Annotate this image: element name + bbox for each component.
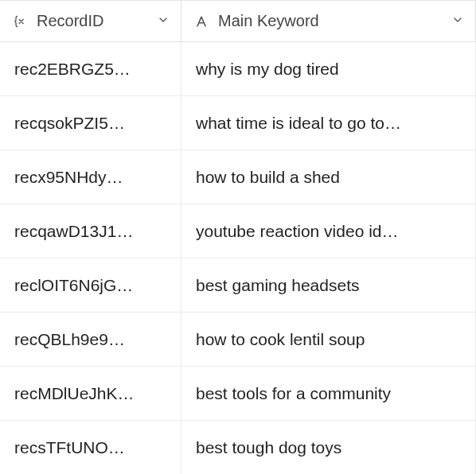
cell-main-keyword[interactable]: what time is ideal to go to…: [181, 96, 476, 150]
cell-recordid[interactable]: recQBLh9e9…: [0, 313, 181, 367]
cell-text: recMDlUeJhK…: [14, 384, 166, 403]
cell-main-keyword[interactable]: youtube reaction video id…: [181, 204, 476, 258]
chevron-down-icon: [157, 12, 170, 30]
cell-recordid[interactable]: reclOIT6N6jG…: [0, 258, 181, 313]
cell-recordid[interactable]: recqawD13J1…: [0, 204, 181, 258]
cell-main-keyword[interactable]: best tough dog toys: [181, 421, 476, 474]
cell-text: best tough dog toys: [196, 438, 461, 457]
cell-text: why is my dog tired: [196, 60, 461, 79]
cell-recordid[interactable]: recsTFtUNO…: [0, 421, 181, 474]
column-header-label: Main Keyword: [218, 12, 451, 30]
cell-text: recqsokPZI5…: [14, 114, 166, 133]
cell-recordid[interactable]: recx95NHdy…: [0, 150, 181, 204]
column-header-recordid[interactable]: RecordID: [0, 1, 181, 42]
cell-main-keyword[interactable]: how to build a shed: [181, 150, 476, 204]
cell-text: rec2EBRGZ5…: [14, 60, 166, 79]
cell-text: what time is ideal to go to…: [196, 114, 461, 133]
cell-text: recQBLh9e9…: [14, 330, 166, 349]
column-recordid: RecordID rec2EBRGZ5… recqsokPZI5… recx95…: [0, 1, 181, 474]
cell-recordid[interactable]: recqsokPZI5…: [0, 96, 181, 150]
cell-text: best tools for a community: [196, 384, 461, 403]
cell-text: youtube reaction video id…: [196, 222, 461, 241]
cell-recordid[interactable]: rec2EBRGZ5…: [0, 42, 181, 96]
column-header-label: RecordID: [37, 12, 157, 30]
cell-text: how to cook lentil soup: [196, 330, 461, 349]
cell-main-keyword[interactable]: best tools for a community: [181, 367, 476, 421]
data-table: RecordID rec2EBRGZ5… recqsokPZI5… recx95…: [0, 0, 476, 474]
cell-text: best gaming headsets: [196, 276, 461, 295]
text-icon: [193, 13, 210, 30]
cell-text: recqawD13J1…: [14, 222, 166, 241]
formula-icon: [11, 13, 29, 30]
chevron-down-icon: [451, 12, 464, 30]
cell-text: recx95NHdy…: [14, 168, 166, 187]
cell-text: how to build a shed: [196, 168, 461, 187]
column-main-keyword: Main Keyword why is my dog tired what ti…: [181, 1, 476, 474]
column-header-main-keyword[interactable]: Main Keyword: [181, 1, 476, 42]
cell-main-keyword[interactable]: best gaming headsets: [181, 258, 476, 313]
cell-main-keyword[interactable]: why is my dog tired: [181, 42, 476, 96]
cell-main-keyword[interactable]: how to cook lentil soup: [181, 313, 476, 367]
cell-text: recsTFtUNO…: [14, 438, 166, 457]
cell-text: reclOIT6N6jG…: [14, 276, 166, 295]
cell-recordid[interactable]: recMDlUeJhK…: [0, 367, 181, 421]
